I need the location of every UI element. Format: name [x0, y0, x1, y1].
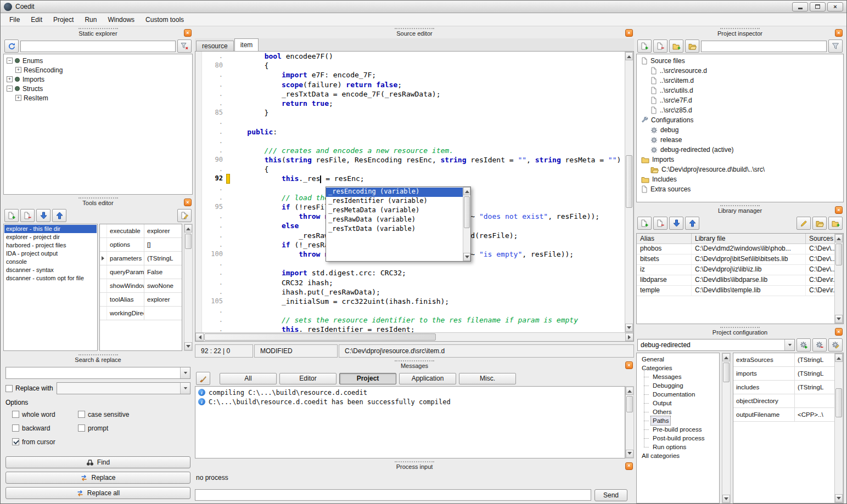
- vertical-scrollbar[interactable]: [463, 187, 470, 261]
- vertical-scrollbar[interactable]: [722, 353, 731, 503]
- scroll-right-button[interactable]: [625, 333, 633, 341]
- category-output[interactable]: Output: [637, 399, 719, 407]
- category-messages[interactable]: Messages: [637, 372, 719, 381]
- completion-list[interactable]: _resEncoding (variable)_resIdentifier (v…: [326, 187, 463, 261]
- checkbox[interactable]: [12, 411, 19, 418]
- refresh-button[interactable]: [4, 39, 19, 53]
- move-library-down-button[interactable]: [669, 217, 683, 230]
- scrollbar-thumb[interactable]: [723, 363, 730, 382]
- add-library-button[interactable]: [637, 217, 652, 230]
- completion-item[interactable]: _resMetaData (variable): [326, 206, 463, 216]
- filter-project[interactable]: Project: [339, 373, 396, 384]
- expand-icon[interactable]: +: [15, 67, 21, 73]
- tab-item[interactable]: item: [234, 38, 259, 51]
- scroll-up-button[interactable]: [625, 52, 633, 60]
- close-panel-button[interactable]: ×: [835, 206, 843, 214]
- inspector-filter-input[interactable]: [701, 41, 827, 52]
- category-others[interactable]: Others: [637, 407, 719, 416]
- tree-node[interactable]: C:\Dev\dproj\resource.d\build\..\src\: [638, 165, 842, 174]
- category-all-categories[interactable]: All categories: [637, 451, 719, 460]
- chevron-down-icon[interactable]: [180, 367, 190, 378]
- property-value[interactable]: False: [144, 265, 182, 279]
- message-row[interactable]: icompiling C:\...\build\resource.d.coedi…: [197, 388, 624, 397]
- category-post-build-process[interactable]: Post-build process: [637, 434, 719, 443]
- scrollbar-track[interactable]: [625, 60, 633, 324]
- completion-item[interactable]: _resIdentifier (variable): [326, 197, 463, 206]
- symbol-filter-input[interactable]: [20, 41, 176, 52]
- scrollbar-thumb[interactable]: [185, 234, 192, 249]
- panel-drag-grip[interactable]: [78, 354, 118, 355]
- expand-icon[interactable]: +: [7, 76, 13, 82]
- scroll-left-button[interactable]: [195, 333, 204, 341]
- scrollbar-track[interactable]: [835, 242, 843, 315]
- move-tool-down-button[interactable]: [36, 209, 51, 222]
- tree-node[interactable]: ..\src\e7F.d: [638, 95, 842, 105]
- completion-item[interactable]: _resTxtData (variable): [326, 225, 463, 234]
- scroll-down-button[interactable]: [835, 494, 843, 502]
- chevron-down-icon[interactable]: [784, 339, 794, 350]
- option-whole-word[interactable]: whole word: [12, 407, 78, 421]
- option-case-sensitive[interactable]: case sensitive: [78, 407, 144, 421]
- scroll-down-button[interactable]: [184, 342, 192, 350]
- list-item[interactable]: console: [4, 258, 97, 266]
- replace-all-button[interactable]: Replace all: [5, 487, 190, 499]
- tree-node[interactable]: release: [638, 135, 842, 145]
- checkbox[interactable]: [78, 424, 85, 432]
- menu-item-custom-tools[interactable]: Custom tools: [140, 14, 189, 25]
- replace-with-checkbox[interactable]: [5, 385, 13, 392]
- scrollbar-track[interactable]: [184, 233, 192, 342]
- tree-node[interactable]: Includes: [638, 174, 842, 184]
- replace-combo[interactable]: [57, 382, 190, 394]
- scroll-up-button[interactable]: [463, 187, 470, 195]
- tools-list[interactable]: explorer - this file direxplorer - proje…: [3, 224, 98, 351]
- list-item[interactable]: dscanner - syntax: [4, 266, 97, 274]
- add-source-button[interactable]: [637, 39, 652, 53]
- tree-node[interactable]: +Imports: [5, 75, 191, 84]
- option-prompt[interactable]: prompt: [78, 421, 144, 435]
- scroll-up-button[interactable]: [835, 354, 843, 362]
- close-panel-button[interactable]: ×: [625, 361, 633, 369]
- property-value[interactable]: (TStringL: [795, 381, 834, 394]
- search-combo[interactable]: [5, 367, 190, 379]
- scrollbar-track[interactable]: [204, 333, 625, 341]
- expander-icon[interactable]: [102, 256, 106, 261]
- scroll-down-button[interactable]: [625, 324, 633, 332]
- category-general[interactable]: General: [637, 355, 719, 364]
- menu-item-edit[interactable]: Edit: [25, 14, 48, 25]
- category-categories[interactable]: Categories: [637, 364, 719, 372]
- configuration-category-tree[interactable]: GeneralCategoriesMessagesDebuggingDocume…: [636, 353, 720, 503]
- maximize-button[interactable]: [810, 2, 826, 12]
- configuration-combo[interactable]: debug-redirected: [637, 339, 795, 351]
- remove-tool-button[interactable]: [20, 209, 35, 222]
- close-button[interactable]: ×: [827, 2, 843, 12]
- panel-drag-grip[interactable]: [720, 327, 760, 328]
- add-tool-button[interactable]: [4, 209, 19, 222]
- completion-item[interactable]: _resRawData (variable): [326, 216, 463, 225]
- filter-clear-button[interactable]: [177, 39, 192, 53]
- property-value[interactable]: [144, 307, 182, 320]
- checkbox[interactable]: [78, 411, 85, 418]
- table-row[interactable]: libdparseC:\Dev\dlibs\libdparse.libC:\De…: [637, 275, 834, 286]
- vertical-scrollbar[interactable]: [184, 224, 193, 351]
- symbol-tree[interactable]: −Enums+ResEncoding+Imports−Structs+ResIt…: [3, 54, 193, 195]
- column-header[interactable]: Alias: [637, 234, 692, 243]
- tree-node[interactable]: Source files: [638, 56, 842, 66]
- menu-item-run[interactable]: Run: [79, 14, 102, 25]
- process-input-field[interactable]: [195, 489, 591, 501]
- tree-node[interactable]: ..\src\utils.d: [638, 86, 842, 95]
- list-item[interactable]: IDA - project output: [4, 250, 97, 258]
- filter-button[interactable]: [828, 39, 843, 53]
- category-run-options[interactable]: Run options: [637, 443, 719, 451]
- close-panel-button[interactable]: ×: [835, 29, 843, 37]
- property-value[interactable]: explorer: [144, 293, 182, 306]
- clone-configuration-button[interactable]: [828, 338, 843, 352]
- category-paths[interactable]: Paths: [637, 416, 719, 425]
- scrollbar-track[interactable]: [722, 361, 730, 495]
- remove-source-button[interactable]: [653, 39, 667, 53]
- filter-misc[interactable]: Misc.: [459, 373, 516, 384]
- tree-node[interactable]: +ResItem: [5, 93, 191, 103]
- vertical-scrollbar[interactable]: [834, 353, 843, 503]
- property-value[interactable]: (TStringL: [795, 353, 834, 366]
- panel-drag-grip[interactable]: [720, 28, 760, 29]
- collapse-icon[interactable]: −: [7, 86, 13, 92]
